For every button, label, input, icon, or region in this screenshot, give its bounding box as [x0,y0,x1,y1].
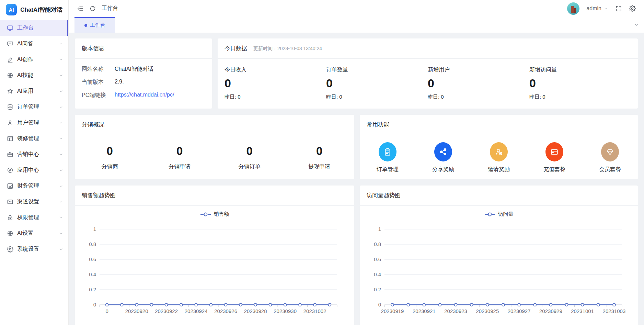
lock-icon [7,214,13,221]
sidebar-item[interactable]: 财务管理 [0,178,68,194]
sidebar-item-label: AI技能 [17,72,33,79]
user-menu[interactable]: admin [586,5,608,12]
compass-icon [7,167,13,173]
quick-function-item[interactable]: 订单管理 [360,142,415,173]
svg-text:20230920: 20230920 [125,308,148,314]
sidebar-item[interactable]: 权限管理 [0,210,68,225]
quick-function-item[interactable]: 邀请奖励 [471,142,527,173]
layout-icon [7,135,13,142]
globe-icon [7,230,13,237]
quick-function-label: 充值套餐 [543,166,565,173]
sidebar-item-label: 订单管理 [17,103,39,111]
version-row-label: 网站名称 [82,66,108,73]
stat-item: 今日收入 0 昨日: 0 [225,66,326,100]
sidebar-item[interactable]: 装修管理 [0,131,68,146]
sales-legend[interactable]: 销售额 [75,211,354,217]
visits-legend[interactable]: 访问量 [360,211,638,217]
svg-text:0.6: 0.6 [89,256,96,262]
quick-function-item[interactable]: 充值套餐 [527,142,582,173]
sidebar-item[interactable]: 用户管理 [0,115,68,131]
collapse-icon[interactable] [77,5,84,12]
chevron-down-icon [59,57,63,62]
sidebar-item[interactable]: 应用中心 [0,162,68,178]
sidebar-item[interactable]: 订单管理 [0,99,68,115]
distribution-stat-value: 0 [215,145,285,158]
distribution-stat-label: 分销申请 [145,163,215,170]
stat-value: 0 [529,77,631,90]
sidebar-item-label: 用户管理 [17,119,39,126]
sidebar-item[interactable]: AI创作 [0,52,68,67]
sidebar-menu: 工作台 AI问答 AI创作 AI技能 A [0,19,68,325]
distribution-card-title: 分销概况 [75,115,354,135]
sidebar-item[interactable]: AI应用 [0,83,68,99]
svg-text:20230925: 20230925 [476,308,499,314]
version-row: PC端链接 https://chat.mddai.cn/pc/ [82,92,205,99]
sidebar-item[interactable]: AI问答 [0,36,68,52]
chevron-down-icon [59,121,63,125]
quick-function-item[interactable]: 会员套餐 [582,142,638,173]
sidebar-item[interactable]: 渠道设置 [0,194,68,210]
chevron-down-icon[interactable] [634,22,639,27]
quick-function-label: 分享奖励 [432,166,454,173]
sales-trend-title: 销售额趋势图 [75,186,354,206]
chevron-down-icon [59,168,63,172]
svg-text:20230926: 20230926 [214,308,237,314]
avatar[interactable] [567,2,579,15]
svg-text:20230927: 20230927 [508,308,531,314]
briefcase-icon [7,151,13,158]
svg-text:0.2: 0.2 [89,287,96,292]
sidebar-item[interactable]: 营销中心 [0,146,68,162]
distribution-stat-label: 分销商 [75,163,145,170]
chevron-down-icon [59,184,63,188]
row-charts: 销售额趋势图 销售额 00.20.40.60.81020230920202309… [75,186,638,325]
database-icon [7,104,13,110]
distribution-stats: 0 分销商 0 分销申请 0 分销订单 [75,135,354,180]
version-rows: 网站名称 ChatAI智能对话 当前版本 2.9. PC端链接 https://… [75,59,212,112]
legend-label: 访问量 [498,211,514,217]
svg-text:0.4: 0.4 [89,271,96,277]
distribution-stat: 0 提现申请 [285,145,355,170]
sales-trend-chart: 00.20.40.60.8102023092020230922202309242… [75,219,354,321]
quick-function-item[interactable]: 分享奖励 [415,142,471,173]
svg-text:20230924: 20230924 [185,308,208,314]
monitor-icon [7,25,13,31]
chevron-down-icon [59,247,63,251]
distribution-stat-label: 提现申请 [285,163,355,170]
gear-icon[interactable] [629,5,636,12]
sidebar-item-label: 工作台 [17,24,34,32]
stat-label: 新增访问量 [529,66,631,74]
version-row-value: https://chat.mddai.cn/pc/ [115,92,174,99]
svg-text:20231003: 20231003 [603,308,626,314]
distribution-stat-value: 0 [285,145,355,158]
quick-function-label: 邀请奖励 [488,166,510,173]
tab-workbench[interactable]: 工作台 [74,17,115,33]
gear-icon [7,246,13,253]
sidebar-item[interactable]: 工作台 [0,20,68,36]
chat-icon [7,41,13,47]
today-card: 今日数据 更新时间：2023-10-03 13:40:24 今日收入 0 昨日:… [218,38,638,109]
sidebar-item-label: 应用中心 [17,167,39,174]
sales-trend-card: 销售额趋势图 销售额 00.20.40.60.81020230920202309… [75,186,354,325]
quick-functions-title: 常用功能 [360,115,638,135]
fullscreen-icon[interactable] [615,5,622,12]
share-icon [434,142,452,161]
distribution-stat-label: 分销订单 [215,163,285,170]
refresh-icon[interactable] [89,5,96,12]
breadcrumb[interactable]: 工作台 [102,5,118,12]
distribution-stat: 0 分销商 [75,145,145,170]
quick-function-label: 会员套餐 [599,166,621,173]
today-card-title: 今日数据 [225,45,247,52]
sidebar-item[interactable]: AI技能 [0,67,68,83]
globe-icon [7,72,13,79]
stat-label: 今日收入 [225,66,326,74]
svg-text:20231001: 20231001 [571,308,594,314]
version-row-value: ChatAI智能对话 [115,66,153,73]
svg-text:20230930: 20230930 [274,308,297,314]
today-stats: 今日收入 0 昨日: 0 订单数量 0 昨日: 0 新增用户 [218,59,638,100]
svg-text:20230928: 20230928 [244,308,267,314]
sidebar-item[interactable]: 系统设置 [0,241,68,257]
svg-text:20230919: 20230919 [381,308,404,314]
sidebar-item[interactable]: AI设置 [0,225,68,241]
stat-label: 订单数量 [326,66,428,74]
svg-text:0.4: 0.4 [374,271,381,277]
